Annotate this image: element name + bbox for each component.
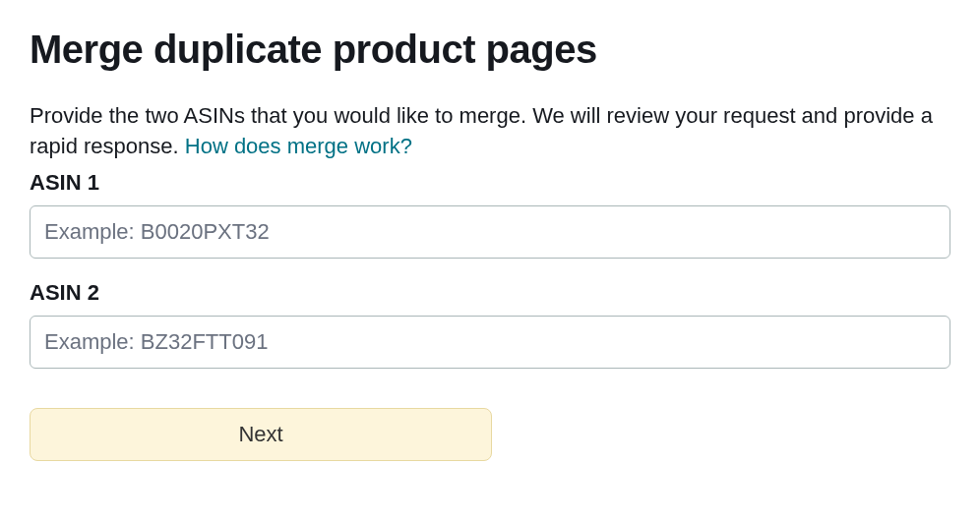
- how-does-merge-work-link[interactable]: How does merge work?: [185, 134, 412, 158]
- asin1-field-group: ASIN 1: [30, 170, 950, 259]
- asin1-input[interactable]: [30, 205, 950, 259]
- asin2-label: ASIN 2: [30, 280, 950, 306]
- asin1-label: ASIN 1: [30, 170, 950, 196]
- next-button[interactable]: Next: [30, 408, 492, 461]
- asin2-field-group: ASIN 2: [30, 280, 950, 369]
- page-title: Merge duplicate product pages: [30, 28, 950, 72]
- intro-sentence: Provide the two ASINs that you would lik…: [30, 103, 933, 158]
- asin2-input[interactable]: [30, 316, 950, 369]
- intro-text: Provide the two ASINs that you would lik…: [30, 101, 950, 162]
